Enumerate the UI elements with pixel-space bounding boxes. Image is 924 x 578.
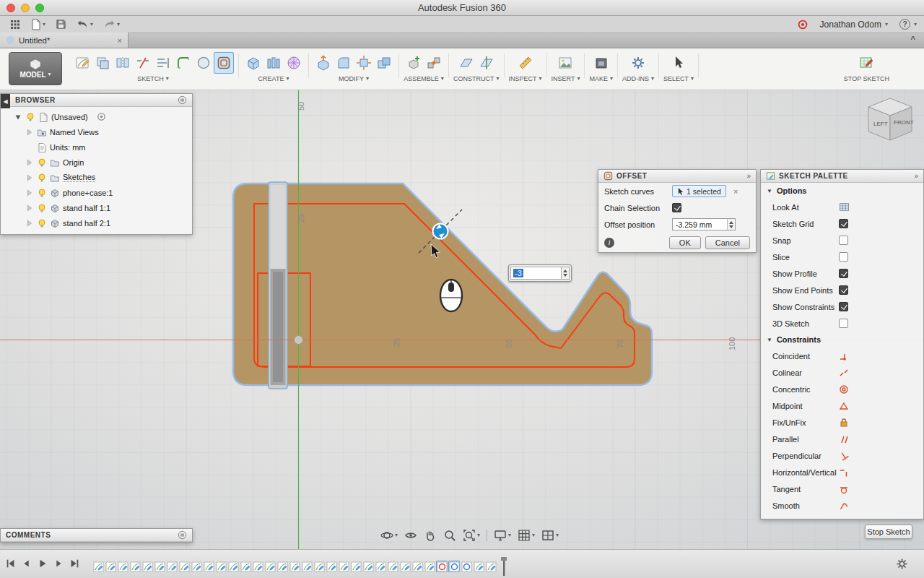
visibility-bulb-icon[interactable] (37, 203, 47, 213)
record-screencast-button[interactable] (797, 19, 808, 30)
sketch-circle-tool-button[interactable] (193, 52, 214, 74)
offset-value-field[interactable]: -3 (510, 267, 562, 280)
timeline-feature-sketch[interactable] (362, 561, 374, 572)
offset-value-input[interactable]: -3 (508, 264, 572, 282)
timeline-feature-sketch[interactable] (154, 561, 165, 572)
expander-icon[interactable] (14, 113, 22, 121)
activate-component-radio-icon[interactable] (97, 112, 106, 121)
palette-option-look-at[interactable]: Look At (761, 199, 923, 215)
stop-sketch-toolbar-button[interactable]: STOP SKETCH (844, 52, 889, 82)
toolbar-group-dropdown-make[interactable]: MAKE▾ (589, 75, 613, 82)
timeline-feature-sketch[interactable] (399, 561, 411, 572)
browser-item-origin[interactable]: Origin (1, 155, 192, 170)
mirror-tool-button[interactable] (113, 52, 133, 74)
palette-constraint-coincident[interactable]: Coincident (761, 348, 923, 364)
playback-step-forward-button[interactable] (52, 557, 65, 570)
combine-tool-button[interactable] (374, 52, 394, 74)
palette-constraint-midpoint[interactable]: Midpoint (761, 397, 923, 414)
data-panel-grid-icon[interactable] (7, 17, 23, 32)
toolbar-group-dropdown-sketch[interactable]: SKETCH▾ (137, 75, 169, 82)
press-pull-tool-button[interactable] (313, 52, 334, 74)
palette-constraint-smooth[interactable]: Smooth (761, 497, 923, 514)
timeline-feature-sketch[interactable] (191, 561, 202, 572)
redo-button[interactable]: ▾ (101, 17, 122, 32)
show-constraints-checkbox[interactable] (839, 302, 848, 311)
collapse-toolbar-icon[interactable]: ^ (911, 35, 915, 43)
timeline-feature-sketch[interactable] (141, 561, 153, 572)
create-lattice-tool-button[interactable] (284, 52, 304, 74)
make-print-tool-button[interactable] (591, 52, 611, 74)
expander-icon[interactable] (25, 173, 34, 182)
offset-position-stepper[interactable] (727, 219, 735, 230)
browser-collapse-button[interactable]: ◀ (1, 94, 10, 108)
stop-sketch-button[interactable]: Stop Sketch (865, 525, 912, 539)
perpendicular-constraint-icon[interactable] (839, 451, 849, 461)
parallel-constraint-icon[interactable] (839, 434, 849, 444)
clear-selection-icon[interactable]: × (733, 187, 738, 196)
palette-option-sketch-grid[interactable]: Sketch Grid (761, 215, 923, 232)
timeline-feature-sketch[interactable] (215, 561, 227, 572)
playback-step-back-button[interactable] (20, 557, 33, 570)
timeline-feature-sketch[interactable] (240, 561, 251, 572)
timeline-feature-sketch[interactable] (375, 561, 386, 572)
concentric-constraint-icon[interactable] (839, 384, 849, 394)
palette-constraint-parallel[interactable]: Parallel (761, 431, 923, 447)
palette-constraint-horizontal-vertical[interactable]: Horizontal/Vertical (761, 464, 923, 480)
horizontal-vertical-constraint-icon[interactable] (839, 467, 849, 478)
create-box-tool-button[interactable] (243, 52, 263, 74)
close-window-button[interactable] (6, 4, 15, 12)
toolbar-group-dropdown-create[interactable]: CREATE▾ (258, 75, 289, 82)
workspace-selector[interactable]: MODEL▾ (9, 52, 62, 85)
ok-button[interactable]: OK (669, 236, 701, 249)
midpoint-constraint-icon[interactable] (839, 401, 849, 411)
construct-axis-tool-button[interactable] (476, 52, 497, 74)
toolbar-group-dropdown-insert[interactable]: INSERT▾ (552, 75, 580, 82)
addins-gear-tool-button[interactable] (628, 52, 648, 74)
tangent-constraint-icon[interactable] (839, 484, 849, 494)
visibility-bulb-icon[interactable] (37, 218, 47, 228)
timeline-feature-sketch[interactable] (276, 561, 288, 572)
smooth-constraint-icon[interactable] (839, 501, 849, 511)
timeline-feature-circle-blue[interactable] (461, 561, 472, 572)
sketch-grid-checkbox[interactable] (839, 219, 848, 228)
orbit-nav-button[interactable]: ▾ (380, 529, 398, 542)
phone-case-body[interactable] (269, 182, 287, 389)
look-at-view-nav-button[interactable] (404, 529, 417, 542)
timeline-feature-circle-blue[interactable] (448, 561, 460, 572)
palette-constraint-fix-unfix[interactable]: Fix/UnFix (761, 414, 923, 431)
save-button[interactable] (53, 17, 69, 32)
move-tool-button[interactable] (354, 52, 374, 74)
snap-checkbox[interactable] (839, 236, 848, 245)
palette-dock-icon[interactable]: » (914, 172, 918, 180)
palette-option-show-constraints[interactable]: Show Constraints (761, 298, 923, 315)
sketch-palette-header[interactable]: SKETCH PALETTE » (761, 170, 923, 183)
construct-plane-tool-button[interactable] (456, 52, 476, 74)
expander-icon[interactable] (25, 128, 34, 137)
3d-sketch-checkbox[interactable] (839, 319, 848, 328)
toolbar-group-dropdown-add-ins[interactable]: ADD-INS▾ (622, 75, 654, 82)
insert-image-tool-button[interactable] (555, 52, 575, 74)
expander-icon[interactable] (25, 204, 34, 212)
palette-constraint-perpendicular[interactable]: Perpendicular (761, 447, 923, 464)
expander-icon[interactable] (25, 219, 34, 228)
timeline-feature-sketch[interactable] (338, 561, 349, 572)
view-cube[interactable]: LEFT FRONT (859, 95, 921, 146)
fix-unfix-constraint-icon[interactable] (839, 418, 849, 428)
viewports-nav-button[interactable]: ▾ (541, 529, 559, 542)
minimize-window-button[interactable] (21, 4, 30, 12)
browser-item-phone-case-1[interactable]: phone+case:1 (1, 185, 192, 200)
info-icon[interactable]: i (604, 238, 614, 248)
playback-skip-start-button[interactable] (4, 557, 17, 570)
timeline-feature-sketch[interactable] (264, 561, 276, 572)
new-component-tool-button[interactable] (404, 52, 424, 74)
visibility-bulb-icon[interactable] (25, 112, 35, 122)
sketch-curves-selection-button[interactable]: 1 selected (672, 185, 726, 197)
browser-item-units-mm[interactable]: Units: mm (1, 139, 192, 155)
browser-item-named-views[interactable]: Named Views (1, 124, 192, 139)
offset-tool-button[interactable] (214, 52, 234, 74)
grid-settings-nav-button[interactable]: ▾ (518, 529, 535, 542)
expander-icon[interactable] (25, 158, 34, 167)
help-menu[interactable]: ?▾ (899, 19, 917, 30)
offset-position-input[interactable]: -3.259 mm (672, 218, 736, 230)
timeline-feature-sketch[interactable] (313, 561, 325, 572)
